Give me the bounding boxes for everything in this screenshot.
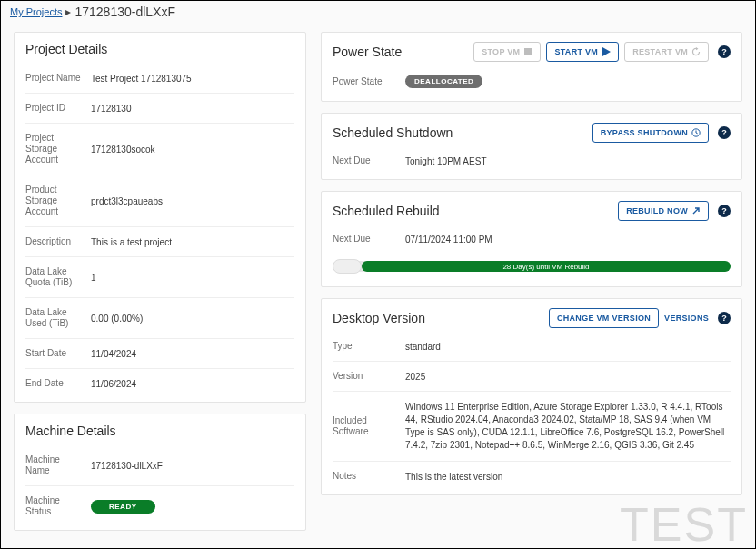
- power-state-card: Power State STOP VM START VM RESTART VM: [321, 32, 742, 102]
- kv-row: Version2025: [333, 362, 731, 392]
- svg-rect-0: [524, 48, 532, 55]
- svg-marker-1: [602, 47, 611, 56]
- scheduled-rebuild-title: Scheduled Rebuild: [333, 204, 440, 218]
- rebuild-progress-thumb[interactable]: [333, 259, 362, 274]
- kv-row: Product Storage Accountprdct3l3cpaueabs: [25, 175, 294, 227]
- stop-vm-button[interactable]: STOP VM: [473, 42, 541, 62]
- breadcrumb: My Projects ▸ 17128130-dlLXxF: [1, 1, 755, 25]
- breadcrumb-current: 17128130-dlLXxF: [75, 5, 175, 19]
- project-details-card: Project Details Project NameTest Project…: [14, 32, 306, 403]
- kv-row: Start Date11/04/2024: [25, 339, 294, 369]
- power-state-title: Power State: [333, 45, 402, 59]
- kv-row: Machine Status READY: [25, 486, 294, 527]
- rebuild-progress-bar: 28 Day(s) until VM Rebuild: [362, 261, 731, 272]
- kv-row: Typestandard: [333, 332, 731, 362]
- bypass-shutdown-button[interactable]: BYPASS SHUTDOWN: [592, 123, 709, 143]
- kv-row: Project NameTest Project 1712813075: [25, 64, 294, 94]
- restart-icon: [691, 47, 701, 56]
- machine-details-title: Machine Details: [25, 424, 294, 438]
- arrow-up-right-icon: [691, 206, 701, 215]
- chevron-right-icon: ▸: [65, 5, 71, 18]
- kv-row: End Date11/06/2024: [25, 369, 294, 399]
- kv-row: Project Storage Account17128130socok: [25, 124, 294, 175]
- help-icon[interactable]: ?: [718, 205, 731, 217]
- scheduled-rebuild-card: Scheduled Rebuild REBUILD NOW ? Next Due…: [321, 191, 742, 287]
- status-badge-ready: READY: [91, 500, 155, 514]
- kv-row: Next Due 07/11/2024 11:00 PM: [333, 225, 731, 254]
- change-vm-version-button[interactable]: CHANGE VM VERSION: [549, 308, 659, 328]
- stop-icon: [523, 47, 532, 56]
- desktop-version-title: Desktop Version: [333, 311, 425, 325]
- help-icon[interactable]: ?: [718, 45, 731, 58]
- versions-link[interactable]: VERSIONS: [664, 314, 709, 323]
- status-badge-deallocated: DEALLOCATED: [405, 75, 482, 88]
- clock-icon: [691, 128, 701, 137]
- kv-row: Machine Name 17128130-dlLXxF: [25, 445, 294, 486]
- help-icon[interactable]: ?: [718, 312, 731, 324]
- kv-row: Data Lake Used (TiB)0.00 (0.00%): [25, 298, 294, 339]
- watermark: TEST: [620, 497, 748, 549]
- start-vm-button[interactable]: START VM: [546, 42, 619, 62]
- kv-row: Included SoftwareWindows 11 Enterprise E…: [333, 392, 731, 462]
- breadcrumb-root-link[interactable]: My Projects: [10, 6, 62, 17]
- scheduled-shutdown-title: Scheduled Shutdown: [333, 125, 453, 140]
- machine-details-card: Machine Details Machine Name 17128130-dl…: [14, 414, 306, 531]
- desktop-version-card: Desktop Version CHANGE VM VERSION VERSIO…: [321, 298, 742, 495]
- rebuild-now-button[interactable]: REBUILD NOW: [618, 201, 709, 221]
- kv-row: DescriptionThis is a test project: [25, 227, 294, 257]
- scheduled-shutdown-card: Scheduled Shutdown BYPASS SHUTDOWN ? Nex…: [321, 113, 742, 180]
- kv-row: Next Due Tonight 10PM AEST: [333, 146, 731, 175]
- kv-row: Power State DEALLOCATED: [333, 65, 731, 97]
- restart-vm-button[interactable]: RESTART VM: [624, 42, 709, 62]
- rebuild-progress: 28 Day(s) until VM Rebuild: [333, 259, 731, 274]
- help-icon[interactable]: ?: [718, 126, 731, 139]
- kv-row: NotesThis is the latest version: [333, 462, 731, 492]
- project-details-title: Project Details: [25, 42, 294, 56]
- kv-row: Project ID17128130: [25, 94, 294, 124]
- kv-row: Data Lake Quota (TiB)1: [25, 257, 294, 298]
- play-icon: [602, 47, 611, 56]
